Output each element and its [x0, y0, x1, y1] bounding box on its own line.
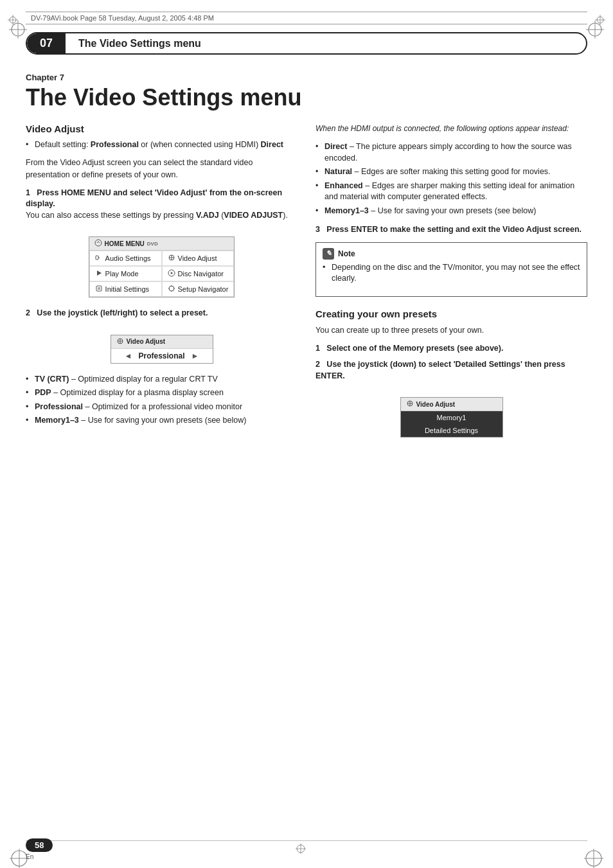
menu-cell-audio: Audio Settings	[89, 251, 162, 266]
memory-item-detailed: Detailed Settings	[401, 424, 502, 437]
right-arrow-icon: ►	[191, 351, 199, 360]
preset-bullets: TV (CRT) – Optimized display for a regul…	[26, 374, 298, 427]
audio-icon	[95, 254, 103, 263]
section1-heading: Video Adjust	[26, 123, 298, 134]
section1-para: From the Video Adjust screen you can sel…	[26, 157, 298, 181]
reg-mark-right	[594, 13, 607, 28]
bullet-enhanced: Enhanced – Edges are sharper making this…	[315, 181, 587, 203]
file-info-bar: DV-79AVi.book Page 58 Tuesday, August 2,…	[26, 12, 587, 24]
memory-menu-icon	[406, 400, 414, 409]
section2: Creating your own presets You can create…	[315, 308, 587, 448]
preset-mockup-container: Video Adjust ◄ Professional ►	[26, 324, 298, 374]
home-menu-mockup: HOME MENU DVD A	[89, 236, 235, 297]
bullet-professional: Professional – Optimized for a professio…	[26, 402, 298, 413]
footer-center	[294, 842, 307, 857]
page-footer: 58 En	[26, 838, 587, 860]
home-menu-mockup-container: HOME MENU DVD A	[26, 226, 298, 308]
section1-bullets: Default setting: Professional or (when c…	[26, 139, 298, 151]
preset-menu-title-text: Video Adjust	[127, 338, 166, 345]
play-icon	[95, 269, 103, 278]
step1-sub: You can also access these settings by pr…	[26, 211, 288, 220]
chapter-title-bar: The Video Settings menu	[66, 35, 214, 53]
section2-para: You can create up to three presets of yo…	[315, 324, 587, 337]
right-column: When the HDMI output is connected, the f…	[315, 123, 587, 448]
menu-cell-disc-label: Disc Navigator	[178, 270, 224, 278]
menu-cell-video-label: Video Adjust	[178, 254, 217, 262]
right-bullets: Direct – The picture appears simply acco…	[315, 141, 587, 217]
menu-grid: Audio Settings Vide	[89, 251, 235, 297]
chapter-number: 07	[27, 33, 66, 53]
preset-title: Video Adjust	[111, 335, 213, 349]
page-number-area: 58 En	[26, 838, 53, 860]
note-bullets: Depending on the disc and the TV/monitor…	[323, 262, 580, 285]
bullet-pdp: PDP – Optimized display for a plasma dis…	[26, 387, 298, 399]
page-chapter-label: Chapter 7	[26, 73, 587, 82]
page-main-title: The Video Settings menu	[26, 85, 587, 111]
memory-item-1: Memory1	[401, 411, 502, 424]
memory-menu-title-text: Video Adjust	[416, 401, 456, 408]
bullet-memory123: Memory1–3 – Use for saving your own pres…	[26, 415, 298, 427]
bullet-direct: Direct – The picture appears simply acco…	[315, 141, 587, 164]
menu-cell-initial-label: Initial Settings	[105, 285, 149, 293]
reg-mark-left	[6, 13, 19, 28]
step1-number: 1 Press HOME MENU and select 'Video Adju…	[26, 188, 282, 209]
menu-cell-setup-label: Setup Navigator	[178, 285, 229, 293]
step-r2-text: 2 Use the joystick (down) to select 'Det…	[315, 360, 565, 380]
bullet-term: Default setting: Professional or (when c…	[35, 140, 283, 149]
bullet-memory123-right: Memory1–3 – Use for saving your own pres…	[315, 206, 587, 217]
menu-cell-audio-label: Audio Settings	[105, 254, 151, 262]
svg-rect-13	[96, 256, 98, 260]
step2-number: 2 Use the joystick (left/right) to selec…	[26, 308, 208, 317]
bold-direct: Direct	[261, 140, 283, 149]
page-number-badge: 58	[26, 838, 53, 852]
memory-mockup-container: Video Adjust Memory1 Detailed Settings	[315, 387, 587, 448]
note-header-text: Note	[338, 249, 355, 258]
svg-point-12	[95, 240, 102, 246]
preset-row: ◄ Professional ►	[111, 349, 213, 363]
note-icon: ✎	[323, 248, 334, 260]
menu-title: HOME MENU DVD	[89, 237, 235, 251]
file-info-text: DV-79AVi.book Page 58 Tuesday, August 2,…	[31, 14, 214, 22]
step-r1-text: 1 Select one of the Memory presets (see …	[315, 344, 503, 353]
menu-cell-disc: Disc Navigator	[162, 266, 235, 281]
menu-cell-play-label: Play Mode	[105, 270, 139, 278]
setup-icon	[168, 285, 175, 294]
menu-cell-play: Play Mode	[89, 266, 162, 281]
left-arrow-icon: ◄	[125, 351, 132, 360]
page-lang: En	[26, 853, 53, 860]
chapter-header: 07 The Video Settings menu	[26, 32, 587, 55]
note-header: ✎ Note	[323, 248, 580, 260]
page: DV-79AVi.book Page 58 Tuesday, August 2,…	[0, 12, 613, 868]
section2-heading: Creating your own presets	[315, 308, 587, 319]
bullet-tvcrt: TV (CRT) – Optimized display for a regul…	[26, 374, 298, 385]
left-column: Video Adjust Default setting: Profession…	[26, 123, 298, 448]
step3: 3 Press ENTER to make the setting and ex…	[315, 224, 587, 236]
menu-title-text: HOME MENU	[105, 240, 145, 247]
step3-text: 3 Press ENTER to make the setting and ex…	[315, 225, 582, 234]
menu-cell-initial: Initial Settings	[89, 281, 162, 297]
preset-menu-icon	[116, 337, 124, 346]
memory-mockup: Video Adjust Memory1 Detailed Settings	[400, 397, 503, 438]
svg-point-18	[170, 272, 172, 274]
preset-mockup: Video Adjust ◄ Professional ►	[111, 335, 213, 364]
bullet-default: Default setting: Professional or (when c…	[26, 139, 298, 151]
note-box: ✎ Note Depending on the disc and the TV/…	[315, 242, 587, 297]
svg-rect-19	[96, 286, 102, 291]
step-r1: 1 Select one of the Memory presets (see …	[315, 343, 587, 355]
dvd-label: DVD	[147, 241, 158, 247]
disc-icon	[168, 269, 175, 278]
menu-cell-setup: Setup Navigator	[162, 281, 235, 297]
menu-cell-video: Video Adjust	[162, 251, 235, 266]
bullet-natural: Natural – Edges are softer making this s…	[315, 166, 587, 178]
video-adjust-icon	[168, 254, 175, 263]
step2: 2 Use the joystick (left/right) to selec…	[26, 308, 298, 319]
svg-point-22	[169, 286, 174, 291]
memory-menu-title: Video Adjust	[401, 398, 502, 411]
right-italic-note: When the HDMI output is connected, the f…	[315, 123, 587, 134]
bold-professional: Professional	[91, 140, 139, 149]
step1: 1 Press HOME MENU and select 'Video Adju…	[26, 188, 298, 222]
step-r2: 2 Use the joystick (down) to select 'Det…	[315, 359, 587, 382]
preset-value: Professional	[138, 351, 184, 360]
note-text: Depending on the disc and the TV/monitor…	[323, 262, 580, 285]
menu-icon	[94, 239, 102, 248]
